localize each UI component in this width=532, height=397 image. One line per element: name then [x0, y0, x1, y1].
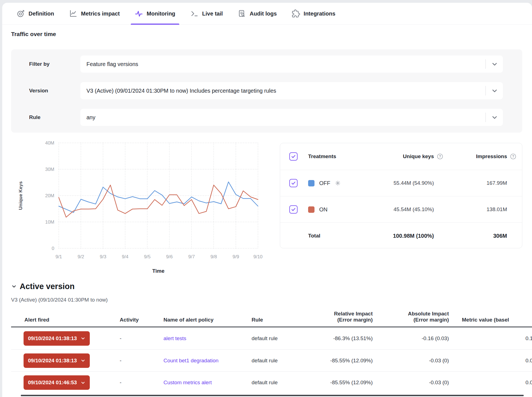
rule-select[interactable]: any — [80, 109, 503, 126]
tab-definition[interactable]: Definition — [13, 3, 58, 24]
relative-impact-value: -85.55% (12.09%) — [294, 358, 373, 364]
alert-policy-link[interactable]: Custom metrics alert — [163, 380, 212, 385]
alert-row: 09/10/2024 01:38:13 - Count bet1 degrada… — [11, 350, 532, 372]
tab-monitoring[interactable]: Monitoring — [131, 3, 179, 24]
filter-by-select[interactable]: Feature flag versions — [80, 55, 503, 73]
svg-text:9/3: 9/3 — [100, 254, 106, 259]
horizontal-scrollbar[interactable] — [21, 395, 524, 396]
impressions-value: 138.01M — [446, 206, 507, 213]
activity-value: - — [120, 335, 163, 342]
alert-fired-badge[interactable]: 09/10/2024 01:38:13 — [24, 331, 90, 346]
alert-policy-link[interactable]: Count bet1 degradation — [163, 358, 219, 363]
svg-text:9/8: 9/8 — [210, 254, 217, 259]
alert-row: 09/10/2024 01:46:53 - Custom metrics ale… — [11, 372, 532, 393]
svg-text:9/4: 9/4 — [122, 254, 129, 259]
treatments-header: Treatments — [308, 153, 345, 160]
tab-label: Definition — [29, 11, 54, 17]
col-rule: Rule — [252, 317, 294, 327]
active-version-header[interactable]: Active version — [11, 282, 75, 291]
page-title: Traffic over time — [11, 31, 56, 37]
total-label: Total — [308, 233, 345, 239]
tab-label: Integrations — [304, 11, 335, 17]
activity-value: - — [120, 380, 163, 386]
treatment-on-checkbox[interactable] — [289, 205, 298, 214]
svg-text:9/10: 9/10 — [253, 254, 262, 259]
unique-keys-header: Unique keys — [345, 153, 434, 160]
chevron-down-icon[interactable] — [491, 60, 498, 68]
absolute-impact-value: -0.03 (0) — [373, 380, 449, 386]
metric-value: 0.19 ( — [449, 335, 532, 342]
version-value: V3 (Active) (09/01/2024 01:30PM to now) … — [86, 88, 276, 94]
version-label: Version — [29, 88, 48, 94]
treatment-off-checkbox[interactable] — [289, 179, 298, 187]
svg-text:Time: Time — [152, 268, 164, 274]
alert-fired-time: 09/10/2024 01:46:53 — [28, 380, 77, 386]
alert-fired-badge[interactable]: 09/10/2024 01:46:53 — [24, 375, 90, 390]
treatment-row-off: OFF 55.44M (54.90%) 167.99M — [280, 170, 522, 196]
alert-fired-badge[interactable]: 09/10/2024 01:38:13 — [24, 353, 90, 368]
svg-text:9/7: 9/7 — [188, 254, 195, 259]
live-tail-icon — [190, 9, 199, 18]
select-divider — [485, 113, 486, 122]
svg-text:30M: 30M — [45, 167, 54, 172]
chevron-down-icon[interactable] — [491, 87, 498, 94]
tab-metrics-impact[interactable]: Metrics impact — [65, 3, 124, 24]
chevron-down-icon — [80, 358, 86, 363]
chevron-down-icon — [80, 336, 86, 341]
monitoring-icon — [135, 9, 143, 18]
select-divider — [485, 86, 486, 95]
rule-label: Rule — [29, 114, 40, 120]
help-icon[interactable]: ? — [434, 153, 446, 160]
default-treatment-icon — [335, 180, 341, 186]
tab-label: Monitoring — [147, 11, 175, 17]
col-absolute-impact: Absolute Impact (Error margin) — [373, 311, 449, 327]
treatments-header-row: Treatments Unique keys ? Impressions ? — [280, 143, 522, 170]
col-alert-fired: Alert fired — [11, 317, 120, 327]
filter-by-value: Feature flag versions — [86, 61, 138, 67]
filter-by-label: Filter by — [29, 61, 50, 67]
collapse-chevron-icon[interactable] — [11, 284, 17, 289]
svg-text:9/2: 9/2 — [78, 254, 84, 259]
svg-text:?: ? — [439, 155, 441, 158]
alert-fired-time: 09/10/2024 01:38:13 — [28, 358, 77, 364]
col-metric-value: Metric value (basel — [449, 317, 532, 327]
integrations-icon — [292, 9, 300, 18]
active-version-title: Active version — [20, 282, 75, 291]
rule-value: any — [86, 114, 95, 121]
alerts-table-header: Alert fired Activity Name of alert polic… — [11, 308, 532, 327]
traffic-chart: 010M20M30M40M9/19/29/39/49/59/69/79/89/9… — [17, 139, 266, 277]
rule-value: default rule — [252, 358, 294, 364]
alert-policy-link[interactable]: alert tests — [163, 335, 186, 341]
svg-text:40M: 40M — [45, 140, 54, 146]
svg-text:9/6: 9/6 — [166, 254, 173, 259]
alert-fired-time: 09/10/2024 01:38:13 — [28, 335, 77, 342]
tab-label: Metrics impact — [81, 11, 120, 17]
tab-live-tail[interactable]: Live tail — [186, 3, 227, 24]
tab-integrations[interactable]: Integrations — [288, 3, 339, 24]
metrics-impact-icon — [69, 9, 77, 18]
svg-text:9/9: 9/9 — [232, 254, 239, 259]
treatment-row-on: ON 45.54M (45.10%) 138.01M — [280, 196, 522, 222]
tab-bar: Definition Metrics impact Monitoring — [2, 3, 532, 25]
total-impressions: 306M — [446, 233, 507, 239]
absolute-impact-value: -0.16 (0.03) — [373, 335, 449, 342]
svg-text:10M: 10M — [45, 219, 54, 225]
active-version-subtitle: V3 (Active) (09/10/2024 01:30PM to now) — [11, 297, 108, 303]
tab-label: Live tail — [202, 11, 223, 17]
svg-text:0: 0 — [52, 246, 54, 251]
help-icon[interactable]: ? — [507, 153, 519, 160]
rule-value: default rule — [252, 380, 294, 386]
main-panel: Definition Metrics impact Monitoring — [2, 3, 532, 397]
rule-value: default rule — [252, 335, 294, 342]
treatments-select-all-checkbox[interactable] — [289, 152, 298, 161]
relative-impact-value: -85.55% (12.09%) — [294, 380, 373, 386]
col-policy: Name of alert policy — [163, 317, 252, 327]
tab-label: Audit logs — [250, 11, 277, 17]
chevron-down-icon[interactable] — [491, 114, 498, 121]
version-select[interactable]: V3 (Active) (09/01/2024 01:30PM to now) … — [80, 82, 503, 99]
select-divider — [485, 59, 486, 69]
svg-text:9/5: 9/5 — [144, 254, 151, 259]
tab-audit-logs[interactable]: Audit logs — [234, 3, 281, 24]
traffic-chart-svg: 010M20M30M40M9/19/29/39/49/59/69/79/89/9… — [17, 139, 266, 277]
filter-panel: Filter by Feature flag versions Version … — [11, 49, 522, 133]
